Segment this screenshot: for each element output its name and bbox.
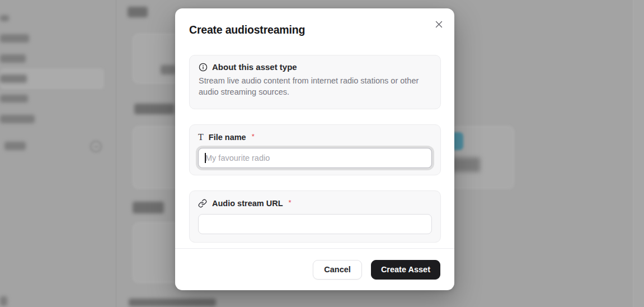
sidebar-item-skeleton <box>0 115 35 123</box>
sidebar-footer-skeleton <box>0 296 7 306</box>
create-audiostreaming-dialog: Create audiostreaming About this as <box>175 8 454 290</box>
sidebar-item-skeleton <box>0 95 28 103</box>
info-title: About this asset type <box>212 62 297 72</box>
audio-stream-url-input[interactable] <box>198 214 432 234</box>
close-button[interactable] <box>431 17 446 31</box>
section-heading-skeleton <box>129 299 216 306</box>
page-title-skeleton <box>128 7 148 17</box>
audio-stream-url-field-group: Audio stream URL * <box>189 190 441 243</box>
text-caret <box>205 153 206 163</box>
audio-stream-url-label: Audio stream URL <box>212 199 283 208</box>
info-body: Stream live audio content from internet … <box>199 75 431 97</box>
dialog-footer: Cancel Create Asset <box>175 248 454 290</box>
collapse-icon <box>90 141 102 152</box>
sidebar-item-skeleton <box>0 75 27 83</box>
close-icon <box>435 20 443 29</box>
required-asterisk: * <box>289 198 292 207</box>
card-text-skeleton <box>161 65 176 75</box>
text-icon: T <box>198 133 204 142</box>
sidebar-item-skeleton <box>0 54 26 63</box>
info-icon <box>199 63 208 72</box>
sidebar-item-skeleton <box>0 34 29 43</box>
screen: Create audiostreaming About this as <box>0 0 644 307</box>
required-asterisk: * <box>252 132 255 141</box>
info-box: About this asset type Stream live audio … <box>189 55 441 109</box>
section-heading-skeleton <box>134 104 175 114</box>
scrollbar-track <box>633 0 644 307</box>
sidebar-logo-skeleton <box>0 15 9 21</box>
sidebar-section-skeleton <box>4 142 26 150</box>
dialog-title: Create audiostreaming <box>189 24 305 36</box>
file-name-input[interactable] <box>198 148 432 168</box>
section-heading-skeleton <box>133 202 164 213</box>
sidebar-divider <box>116 0 116 307</box>
create-asset-button[interactable]: Create Asset <box>371 260 440 280</box>
file-name-label: File name <box>209 133 246 142</box>
file-name-field-group: T File name * <box>189 124 441 175</box>
cancel-button[interactable]: Cancel <box>313 260 362 280</box>
link-icon <box>198 199 207 208</box>
tile-text-skeleton <box>451 157 480 172</box>
